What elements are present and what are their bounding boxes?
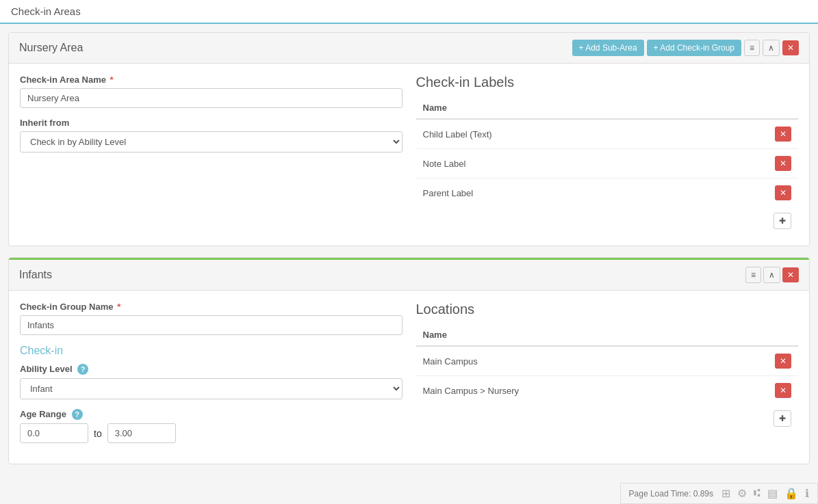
close-icon: ✕ [787,270,794,280]
ability-level-help-icon[interactable]: ? [77,364,88,375]
age-range-to-input[interactable] [107,423,176,443]
label-delete-parent-button[interactable]: ✕ [775,185,791,200]
label-row-child: Child Label (Text) [416,119,769,149]
infants-delete-button[interactable]: ✕ [782,267,799,282]
page-title: Check-in Areas [11,5,81,17]
add-label-button[interactable]: ✚ [774,213,791,229]
infants-panel-title: Infants [19,269,52,281]
menu-icon: ≡ [750,43,754,53]
labels-name-header: Name [416,97,769,119]
collapse-icon: ∧ [769,270,775,280]
ability-level-select[interactable]: Infant Crawler Toddler [20,378,402,399]
label-row-parent: Parent Label [416,178,769,208]
group-name-label: Check-in Group Name * [20,302,402,312]
add-location-button[interactable]: ✚ [774,410,791,427]
inherit-from-label: Inherit from [20,118,402,128]
age-range-inputs: to [20,423,402,443]
add-sub-area-button[interactable]: + Add Sub-Area [572,40,644,56]
infants-form-col: Check-in Group Name * Check-in Ability L… [20,302,402,453]
table-row: Child Label (Text) ✕ [416,119,799,149]
label-delete-child-cell: ✕ [768,119,798,149]
locations-name-header: Name [416,324,769,346]
location-delete-nursery-button[interactable]: ✕ [775,383,791,398]
location-delete-main-campus-button[interactable]: ✕ [775,354,791,369]
location-row-nursery: Main Campus > Nursery [416,376,769,406]
age-range-label: Age Range ? [20,409,402,420]
required-star-2: * [117,302,120,312]
locations-table: Name Main Campus ✕ [416,324,799,405]
location-row-main-campus: Main Campus [416,346,769,376]
nursery-menu-button[interactable]: ≡ [744,40,760,56]
infants-panel-buttons: ≡ ∧ ✕ [745,267,799,283]
main-content: Nursery Area + Add Sub-Area + Add Check-… [0,24,818,483]
close-icon: ✕ [780,159,787,168]
ability-level-form-group: Ability Level ? Infant Crawler Toddler [20,364,402,399]
infants-menu-button[interactable]: ≡ [745,267,761,283]
nursery-panel-buttons: + Add Sub-Area + Add Check-in Group ≡ ∧ … [572,40,799,56]
infants-collapse-button[interactable]: ∧ [763,267,780,283]
page-header: Check-in Areas [0,0,818,24]
close-icon: ✕ [780,129,787,139]
inherit-from-select[interactable]: Check in by Ability Level None Check in … [20,131,402,152]
add-icon: ✚ [779,414,786,423]
checkin-section-title: Check-in [20,345,402,357]
add-icon: ✚ [779,216,786,226]
close-icon: ✕ [780,188,787,198]
checkin-labels-title: Check-in Labels [416,75,799,90]
nursery-two-col: Check-in Area Name * Inherit from Check … [20,75,798,235]
age-range-form-group: Age Range ? to [20,409,402,443]
checkin-labels-col: Check-in Labels Name Child Label (Text) [416,75,799,235]
status-bar: Page Load Time: 0.89s ⊞ ⚙ ⑆ ▤ 🔒 ℹ [620,483,818,483]
inherit-from-group: Inherit from Check in by Ability Level N… [20,118,402,152]
collapse-icon: ∧ [768,43,774,53]
add-location-row: ✚ [416,405,799,432]
infants-two-col: Check-in Group Name * Check-in Ability L… [20,302,798,453]
required-star: * [110,75,114,85]
nursery-panel-body: Check-in Area Name * Inherit from Check … [9,64,809,246]
area-name-input[interactable] [20,88,402,108]
group-name-form-group: Check-in Group Name * [20,302,402,335]
table-row: Main Campus ✕ [416,346,799,376]
label-delete-child-button[interactable]: ✕ [775,127,791,142]
age-range-help-icon[interactable]: ? [72,409,83,420]
ability-level-label: Ability Level ? [20,364,402,375]
area-name-label: Check-in Area Name * [20,75,402,85]
locations-action-header [768,324,798,346]
menu-icon: ≡ [751,270,756,280]
nursery-panel-heading: Nursery Area + Add Sub-Area + Add Check-… [9,33,809,64]
checkin-labels-table: Name Child Label (Text) ✕ [416,97,799,207]
group-name-input[interactable] [20,315,402,335]
close-icon: ✕ [787,43,794,53]
locations-col: Locations Name Main Campus [416,302,799,453]
infants-panel: Infants ≡ ∧ ✕ Check-in Group [8,257,810,464]
close-icon: ✕ [780,386,787,395]
age-range-to-label: to [94,428,102,439]
nursery-delete-button[interactable]: ✕ [782,40,799,55]
location-delete-main-campus-cell: ✕ [768,346,798,376]
nursery-panel: Nursery Area + Add Sub-Area + Add Check-… [8,32,810,246]
close-icon: ✕ [780,356,787,366]
age-range-from-input[interactable] [20,423,88,443]
label-row-note: Note Label [416,149,769,178]
label-delete-note-button[interactable]: ✕ [775,156,791,171]
label-delete-parent-cell: ✕ [768,178,798,208]
infants-panel-heading: Infants ≡ ∧ ✕ [9,258,809,291]
nursery-form-col: Check-in Area Name * Inherit from Check … [20,75,402,235]
table-row: Parent Label ✕ [416,178,799,208]
area-name-group: Check-in Area Name * [20,75,402,108]
labels-action-header [768,97,798,119]
nursery-collapse-button[interactable]: ∧ [763,40,780,56]
nursery-panel-title: Nursery Area [19,42,83,54]
table-row: Note Label ✕ [416,149,799,178]
location-delete-nursery-cell: ✕ [768,376,798,406]
locations-title: Locations [416,302,799,317]
label-delete-note-cell: ✕ [768,149,798,178]
add-checkin-group-button[interactable]: + Add Check-in Group [647,40,741,56]
table-row: Main Campus > Nursery ✕ [416,376,799,406]
infants-panel-body: Check-in Group Name * Check-in Ability L… [9,291,809,464]
add-label-row: ✚ [416,207,799,235]
